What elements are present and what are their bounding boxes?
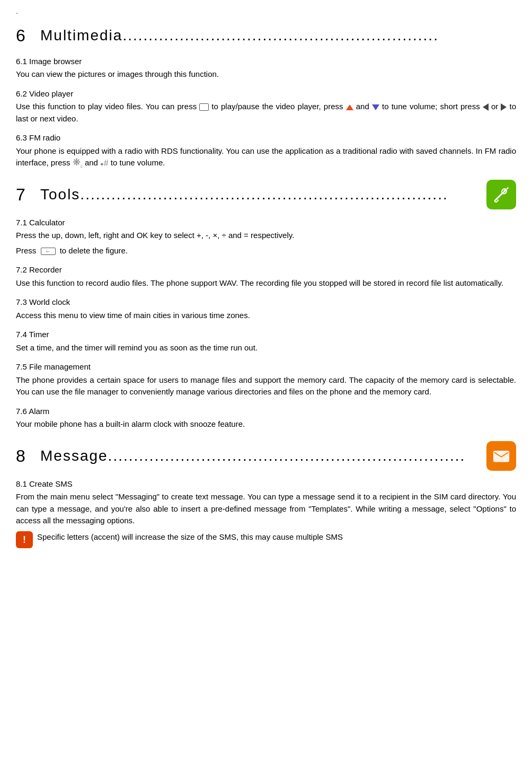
fm-asterisk-icon: ❋ii [73,157,83,169]
section-6-number: 6 [16,23,32,48]
fm-hash-icon: ●# [100,159,109,168]
subsection-7-1-text2: Press to delete the figure. [16,245,516,257]
subsection-8-1-title: 8.1 Create SMS [16,478,516,490]
subsection-6-3-title: 6.3 FM radio [16,132,516,144]
section-7-number: 7 [16,182,32,207]
next-icon [501,103,507,111]
play-pause-icon [199,103,209,111]
subsection-7-5-text: The phone provides a certain space for u… [16,374,516,398]
subsection-7-2-title: 7.2 Recorder [16,264,516,276]
message-envelope-icon [492,446,511,465]
note-text: Specific letters (accent) will increase … [37,531,343,543]
press-label: Press [16,246,36,255]
prev-icon [483,103,489,111]
subsection-6-2-text: Use this function to play video files. Y… [16,101,516,125]
delete-label: to delete the figure. [60,246,128,255]
subsection-6-1-text: You can view the pictures or images thro… [16,68,516,81]
text-middle1: to play/pause the video player, press [211,102,343,111]
subsection-7-4-title: 7.4 Timer [16,329,516,341]
fm-and: and [85,158,98,167]
subsection-7-2-text: Use this function to record audio files.… [16,277,516,289]
fm-text-after: to tune volume. [111,158,165,167]
section-7-title: Tools...................................… [40,183,486,206]
section-7-header: 7 Tools.................................… [16,180,516,209]
text-or: or [491,102,498,111]
subsection-note: ! Specific letters (accent) will increas… [16,531,516,548]
message-icon-box [486,441,516,471]
text-before-icon: Use this function to play video files. Y… [16,102,197,111]
svg-text:!: ! [23,534,26,545]
volume-up-icon [346,104,353,110]
subsection-7-3-text: Access this menu to view time of main ci… [16,310,516,322]
subsection-7-1-text1: Press the up, down, left, right and OK k… [16,230,516,242]
volume-down-icon [372,104,379,110]
subsection-7-6-text: Your mobile phone has a built-in alarm c… [16,418,516,430]
svg-line-1 [507,188,508,189]
subsection-7-4-text: Set a time, and the timer will remind yo… [16,342,516,354]
tools-icon-box [486,180,516,209]
subsection-8-1-text: From the main menu select "Messaging" to… [16,491,516,527]
section-8-header: 8 Message...............................… [16,441,516,471]
section-8-title: Message.................................… [40,445,486,467]
subsection-7-3-title: 7.3 World clock [16,296,516,309]
text-and: and [356,102,369,111]
warning-svg-icon: ! [16,531,33,548]
section-6-header: 6 Multimedia............................… [16,23,516,48]
delete-figure-icon [41,248,56,255]
text-tune-volume: to tune volume; short press [382,102,480,111]
subsection-7-5-title: 7.5 File management [16,361,516,373]
subsection-7-6-title: 7.6 Alarm [16,406,516,418]
section-6-title: Multimedia..............................… [40,24,516,47]
note-warning-icon: ! [16,531,33,548]
top-note: . [16,5,516,17]
subsection-6-2-title: 6.2 Video player [16,88,516,100]
subsection-6-1-title: 6.1 Image browser [16,56,516,68]
subsection-6-3-text: Your phone is equipped with a radio with… [16,145,516,169]
tools-svg-icon [492,185,511,204]
subsection-7-1-title: 7.1 Calculator [16,217,516,229]
section-8-number: 8 [16,443,32,469]
